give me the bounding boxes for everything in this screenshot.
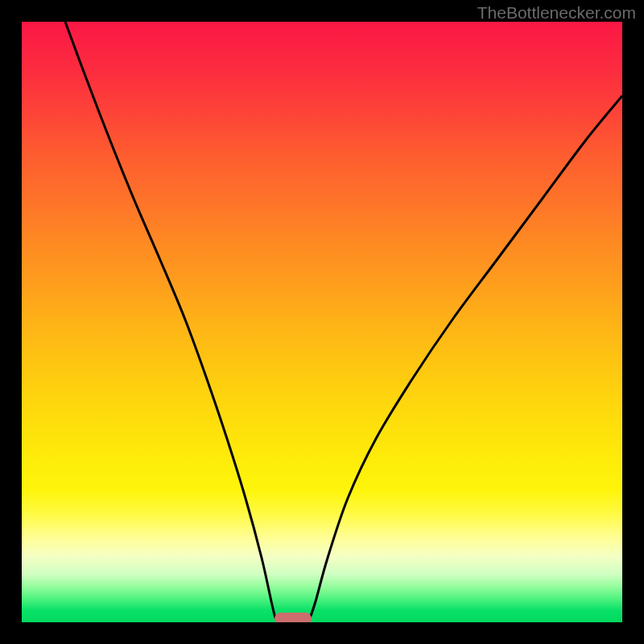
chart-area [22, 22, 622, 622]
watermark-text: TheBottlenecker.com [477, 3, 636, 23]
bottleneck-curves [22, 22, 622, 622]
optimal-marker [275, 613, 312, 622]
right-curve [310, 96, 622, 618]
left-curve [65, 22, 275, 618]
